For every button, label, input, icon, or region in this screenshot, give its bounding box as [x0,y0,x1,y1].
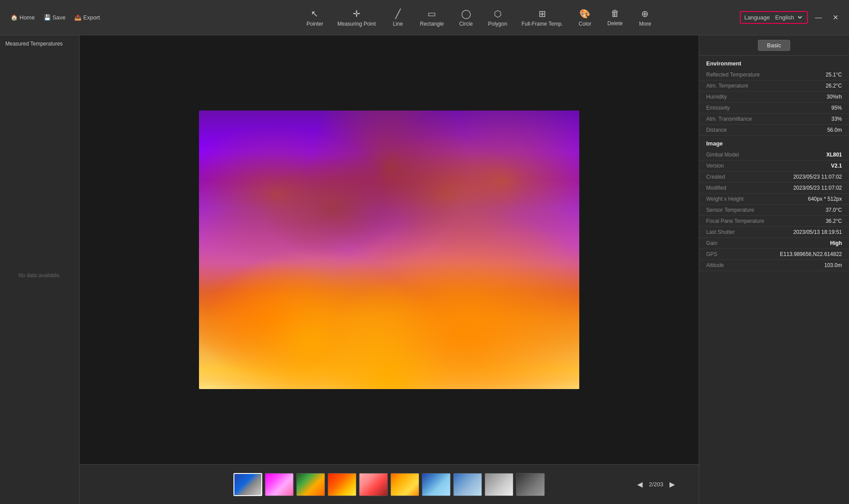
polygon-icon: ⬡ [494,8,501,19]
modified-row: Modified 2023/05/23 11:07:02 [699,183,849,194]
center-area: ◀ 2/203 ▶ [80,35,699,504]
last-shutter-row: Last Shutter 2023/05/13 18:19:51 [699,227,849,238]
rectangle-tool[interactable]: ▭ Rectangle [415,6,449,30]
thumbnail-6[interactable] [422,473,451,496]
thumbnail-7[interactable] [453,473,482,496]
distance-value: 56.0m [827,127,842,133]
image-section-title: Image [699,136,849,149]
distance-label: Distance [706,127,727,133]
version-label: Version [706,163,724,169]
sensor-temp-label: Sensor Temperature [706,207,754,213]
next-page-button[interactable]: ▶ [667,479,677,489]
reflected-temp-value: 25.1°C [826,72,842,78]
humidity-label: Humidity [706,94,727,100]
thumbnail-2[interactable] [296,473,325,496]
more-tool[interactable]: ⊕ More [632,6,658,30]
emissivity-row: Emissivity 95% [699,103,849,114]
pointer-tool[interactable]: ↖ Pointer [301,6,329,30]
thumbnail-5[interactable] [390,473,419,496]
atm-transmittance-value: 33% [831,116,842,122]
gps-value: E113.989656,N22.614822 [780,251,842,257]
distance-row: Distance 56.0m [699,125,849,136]
focal-pane-temp-value: 36.2°C [826,218,842,224]
modified-value: 2023/05/23 11:07:02 [793,185,842,191]
atm-temp-label: Atm. Temperature [706,83,748,89]
thumbnail-strip: ◀ 2/203 ▶ [80,464,699,504]
color-tool[interactable]: 🎨 Color [572,6,598,30]
focal-pane-temp-label: Focal Pane Temperature [706,218,764,224]
right-panel: Basic Environment Reflected Temperature … [699,35,849,504]
gain-row: Gain High [699,238,849,249]
image-container [80,35,699,464]
language-selector: Language English Chinese German French S… [740,11,808,24]
altitude-value: 103.0m [824,262,842,268]
rectangle-icon: ▭ [428,8,436,19]
weight-height-row: Weight x Height 640px * 512px [699,194,849,205]
home-icon: 🏠 [11,14,18,21]
export-button[interactable]: 📤 Export [71,12,103,23]
toolbar-right: Language English Chinese German French S… [740,11,842,24]
home-button[interactable]: 🏠 Home [7,12,38,23]
modified-label: Modified [706,185,726,191]
prev-page-button[interactable]: ◀ [635,479,645,489]
thumbnail-0[interactable] [233,473,262,496]
more-icon: ⊕ [641,8,649,19]
main-area: Measured Temperatures No data available.… [0,35,849,504]
created-row: Created 2023/05/23 11:07:02 [699,172,849,183]
thumbnail-3[interactable] [328,473,356,496]
minimize-button[interactable]: — [811,12,826,23]
thumbnail-1[interactable] [265,473,294,496]
gps-label: GPS [706,251,717,257]
gps-row: GPS E113.989656,N22.614822 [699,249,849,260]
page-navigation: ◀ 2/203 ▶ [635,479,677,489]
right-panel-header: Basic [699,35,849,56]
weight-height-value: 640px * 512px [808,196,842,202]
save-button[interactable]: 💾 Save [40,12,69,23]
close-button[interactable]: ✕ [829,11,842,23]
created-label: Created [706,174,725,180]
thermal-canvas [199,111,579,389]
environment-section-title: Environment [699,56,849,69]
line-icon: ╱ [395,8,401,19]
language-dropdown[interactable]: English Chinese German French Spanish [773,14,803,21]
delete-icon: 🗑 [611,8,620,19]
created-value: 2023/05/23 11:07:02 [793,174,842,180]
pointer-icon: ↖ [311,8,318,19]
basic-tab[interactable]: Basic [758,40,791,51]
emissivity-label: Emissivity [706,105,730,111]
measuring-point-tool[interactable]: ✛ Measuring Point [332,6,381,30]
humidity-value: 30%rh [826,94,842,100]
delete-tool[interactable]: 🗑 Delete [602,6,628,29]
thumbnail-8[interactable] [485,473,513,496]
export-icon: 📤 [74,14,81,21]
altitude-label: Altitude [706,262,724,268]
thumbnail-9[interactable] [516,473,545,496]
toolbar-left: 🏠 Home 💾 Save 📤 Export [7,12,103,23]
left-panel-title: Measured Temperatures [5,41,74,47]
circle-tool[interactable]: ◯ Circle [453,6,479,30]
gain-label: Gain [706,240,717,246]
gimbal-model-value: XL801 [826,152,842,158]
altitude-row: Altitude 103.0m [699,260,849,271]
atm-transmittance-row: Atm. Transmittance 33% [699,114,849,125]
color-icon: 🎨 [579,8,590,19]
last-shutter-label: Last Shutter [706,229,735,235]
last-shutter-value: 2023/05/13 18:19:51 [793,229,842,235]
atm-temp-row: Atm. Temperature 26.2°C [699,80,849,92]
polygon-tool[interactable]: ⬡ Polygon [483,6,512,30]
reflected-temp-row: Reflected Temperature 25.1°C [699,69,849,80]
full-frame-icon: ⊞ [539,8,546,19]
thumbnail-4[interactable] [359,473,388,496]
page-indicator: 2/203 [649,481,663,488]
full-frame-tool[interactable]: ⊞ Full-Frame Temp. [516,6,568,30]
atm-temp-value: 26.2°C [826,83,842,89]
humidity-row: Humidity 30%rh [699,92,849,103]
gimbal-model-label: Gimbal Model [706,152,739,158]
circle-icon: ◯ [461,8,471,19]
thermal-image [199,111,579,389]
left-panel: Measured Temperatures No data available. [0,35,80,504]
line-tool[interactable]: ╱ Line [385,6,411,30]
weight-height-label: Weight x Height [706,196,744,202]
language-label: Language [744,14,770,21]
version-row: Version V2.1 [699,160,849,172]
